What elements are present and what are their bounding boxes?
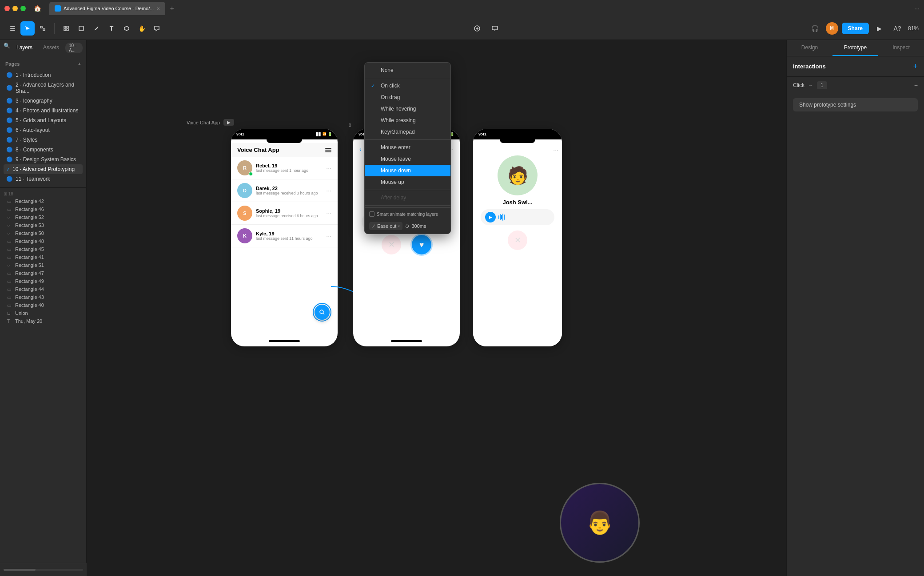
chat-item-kyle[interactable]: K Kyle, 19 last message sent 11 hours ag… xyxy=(231,225,338,247)
comment-tool[interactable] xyxy=(150,21,164,36)
chat-more-icon-2[interactable]: ··· xyxy=(326,187,331,194)
svg-rect-5 xyxy=(67,26,68,28)
show-prototype-settings-button[interactable]: Show prototype settings xyxy=(793,98,918,111)
layer-rectangle-52[interactable]: ○ Rectangle 52 xyxy=(0,213,86,221)
menu-button[interactable]: ☰ xyxy=(5,21,20,36)
dropdown-mouse-enter[interactable]: Mouse enter xyxy=(365,142,450,153)
accept-button[interactable]: ♥ xyxy=(412,235,431,254)
home-button[interactable]: 🏠 xyxy=(34,5,41,12)
hand-tool[interactable]: ✋ xyxy=(135,21,149,36)
share-button[interactable]: Share xyxy=(842,23,869,34)
layer-rectangle-44[interactable]: ▭ Rectangle 44 xyxy=(0,285,86,293)
text-tool[interactable]: T xyxy=(104,21,119,36)
page-item-2[interactable]: 🔵 2 · Advanced Layers and Sha... xyxy=(4,80,83,96)
new-tab-button[interactable]: + xyxy=(167,4,176,12)
dropdown-key-gamepad[interactable]: Key/Gamepad xyxy=(365,126,450,138)
reject-button[interactable]: ✕ xyxy=(382,235,401,254)
publish-button[interactable] xyxy=(470,21,484,36)
zoom-label[interactable]: 81% xyxy=(908,25,919,32)
layer-rectangle-42[interactable]: ▭ Rectangle 42 xyxy=(0,197,86,205)
dropdown-on-click[interactable]: ✓ On click xyxy=(365,80,450,91)
dropdown-on-drag[interactable]: On drag xyxy=(365,91,450,103)
page-item-11[interactable]: 🔵 11 · Teamwork xyxy=(4,174,83,184)
layer-rectangle-49[interactable]: ▭ Rectangle 49 xyxy=(0,277,86,285)
page-item-1[interactable]: 🔵 1 · Introduction xyxy=(4,70,83,80)
pen-tool[interactable] xyxy=(89,21,104,36)
circle-icon: ○ xyxy=(7,215,12,220)
page-item-6[interactable]: 🔵 6 · Auto-layout xyxy=(4,125,83,135)
layer-rectangle-41[interactable]: ▭ Rectangle 41 xyxy=(0,253,86,261)
chat-more-icon[interactable]: ··· xyxy=(326,164,331,171)
present-button[interactable]: ▶ xyxy=(872,21,887,36)
layer-rectangle-46[interactable]: ▭ Rectangle 46 xyxy=(0,205,86,213)
hamburger-menu[interactable] xyxy=(325,148,331,152)
smart-animate-checkbox-row[interactable]: Smart animate matching layers xyxy=(369,211,438,217)
phone-notch xyxy=(267,139,302,143)
headphones-icon[interactable]: 🎧 xyxy=(808,21,822,36)
smart-animate-checkbox[interactable] xyxy=(369,211,374,217)
layer-rectangle-48[interactable]: ▭ Rectangle 48 xyxy=(0,237,86,245)
maximize-traffic-light[interactable] xyxy=(20,6,26,11)
page-item-9[interactable]: 🔵 9 · Design System Basics xyxy=(4,155,83,164)
layer-union[interactable]: ⊔ Union xyxy=(0,309,86,317)
prototype-tab[interactable]: Prototype xyxy=(832,40,878,56)
add-interaction-button[interactable]: + xyxy=(913,62,918,71)
action-buttons: ✕ ♥ xyxy=(382,235,431,254)
page-item-4[interactable]: 🔵 4 · Photos and Illustrations xyxy=(4,106,83,115)
frame-tool[interactable] xyxy=(59,21,73,36)
chat-more-icon-4[interactable]: ··· xyxy=(326,232,331,239)
layer-rectangle-47[interactable]: ▭ Rectangle 47 xyxy=(0,269,86,277)
assets-tab[interactable]: Assets xyxy=(39,43,64,53)
prototype-badge[interactable]: ▶ xyxy=(223,119,234,126)
dropdown-mouse-up[interactable]: Mouse up xyxy=(365,176,450,188)
chat-item-sophie[interactable]: S Sophie, 19 last message received 6 hou… xyxy=(231,202,338,225)
time-input-field[interactable]: ⏱ 300ms xyxy=(405,223,426,229)
components-tool[interactable] xyxy=(119,21,134,36)
search-fab[interactable] xyxy=(315,305,330,320)
page-item-8[interactable]: 🔵 8 · Components xyxy=(4,145,83,155)
layer-thu-may[interactable]: T Thu, May 20 xyxy=(0,317,86,325)
back-button[interactable]: ‹ xyxy=(359,146,362,153)
active-browser-tab[interactable]: Advanced Figma Video Course - Demo/... ✕ xyxy=(49,2,165,15)
interaction-remove-button[interactable]: − xyxy=(914,82,918,89)
chat-item-darek[interactable]: D Darek, 22 last message received 3 hour… xyxy=(231,179,338,202)
layer-rectangle-50[interactable]: ○ Rectangle 50 xyxy=(0,229,86,237)
tab-close-icon[interactable]: ✕ xyxy=(156,6,160,11)
more-options-icon[interactable]: ··· xyxy=(914,5,920,12)
mouse-up-label: Mouse up xyxy=(381,179,404,185)
scroll-track[interactable] xyxy=(4,569,83,571)
dropdown-mouse-leave[interactable]: Mouse leave xyxy=(365,153,450,165)
ease-select-dropdown[interactable]: Ease out ▾ xyxy=(369,222,402,230)
page-item-10[interactable]: ✓ 10 · Advanced Prototyping xyxy=(4,164,83,174)
layer-rectangle-53[interactable]: ○ Rectangle 53 xyxy=(0,221,86,229)
union-icon: ⊔ xyxy=(7,311,12,316)
layer-rectangle-40[interactable]: ▭ Rectangle 40 xyxy=(0,301,86,309)
page-item-3[interactable]: 🔵 3 · Iconography xyxy=(4,96,83,106)
page-item-7[interactable]: 🔵 7 · Styles xyxy=(4,135,83,145)
dropdown-while-pressing[interactable]: While pressing xyxy=(365,115,450,126)
svg-rect-1 xyxy=(43,29,45,31)
dropdown-while-hovering[interactable]: While hovering xyxy=(365,103,450,115)
page-label-4: 4 · Photos and Illustrations xyxy=(16,107,78,114)
layer-rectangle-43[interactable]: ▭ Rectangle 43 xyxy=(0,293,86,301)
add-page-icon[interactable]: + xyxy=(78,61,81,67)
layer-rectangle-51[interactable]: ○ Rectangle 51 xyxy=(0,261,86,269)
layers-tab[interactable]: Layers xyxy=(12,43,37,53)
move-tool[interactable] xyxy=(20,21,35,36)
inspect-tab[interactable]: Inspect xyxy=(878,40,924,56)
close-traffic-light[interactable] xyxy=(4,6,10,11)
user-avatar[interactable]: M xyxy=(826,22,838,35)
scale-tool[interactable] xyxy=(36,21,50,36)
chat-msg-sophie: last message received 6 hours ago xyxy=(256,214,323,218)
design-tab[interactable]: Design xyxy=(787,40,832,56)
layer-rectangle-45[interactable]: ▭ Rectangle 45 xyxy=(0,245,86,253)
page-item-5[interactable]: 🔵 5 · Grids and Layouts xyxy=(4,115,83,125)
help-icon[interactable]: A? xyxy=(890,21,904,36)
dropdown-mouse-down[interactable]: Mouse down xyxy=(365,165,450,176)
present-toggle[interactable] xyxy=(488,21,502,36)
rectangle-tool[interactable] xyxy=(74,21,88,36)
chat-item-rebel[interactable]: R Rebel, 19 last message sent 1 hour ago… xyxy=(231,157,338,179)
minimize-traffic-light[interactable] xyxy=(12,6,18,11)
chat-more-icon-3[interactable]: ··· xyxy=(326,210,331,217)
dropdown-none[interactable]: None xyxy=(365,64,450,76)
